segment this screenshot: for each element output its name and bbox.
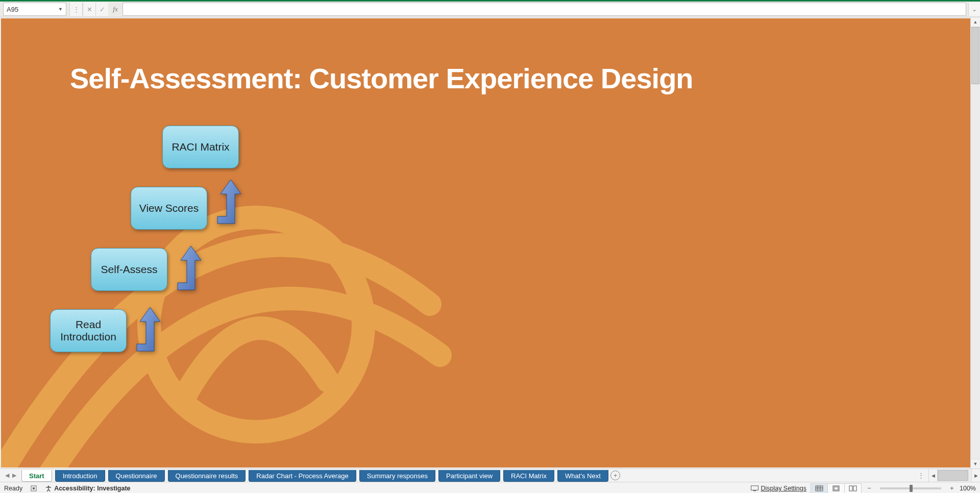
scroll-up-icon[interactable]: ▲ <box>971 17 980 27</box>
enter-icon[interactable]: ✓ <box>95 3 108 16</box>
svg-rect-12 <box>834 487 838 490</box>
add-sheet-button[interactable]: + <box>608 469 623 482</box>
fx-icon[interactable]: fx <box>108 3 122 16</box>
scroll-right-icon[interactable]: ▶ <box>971 469 980 482</box>
step-label: Read Introduction <box>56 318 121 343</box>
display-settings-button[interactable]: Display Settings <box>751 485 806 492</box>
step-label: Self-Assess <box>101 263 158 276</box>
zoom-slider-knob[interactable] <box>910 485 913 492</box>
step-label: View Scores <box>139 202 199 214</box>
step-read-introduction-button[interactable]: Read Introduction <box>50 309 127 352</box>
worksheet-canvas[interactable]: Self-Assessment: Customer Experience Des… <box>1 18 970 467</box>
name-box[interactable]: A95 ▼ <box>3 3 66 16</box>
formula-input[interactable] <box>122 3 966 16</box>
page-title: Self-Assessment: Customer Experience Des… <box>70 62 693 95</box>
scroll-thumb[interactable] <box>971 27 979 84</box>
tab-participant-view[interactable]: Participant view <box>438 470 500 482</box>
excel-app: A95 ▼ ⋮ ✕ ✓ fx ⌄ Self-Assessment: <box>0 0 980 493</box>
tab-start[interactable]: Start <box>21 470 52 482</box>
display-settings-label: Display Settings <box>761 485 806 492</box>
tab-raci-matrix[interactable]: RACI Matrix <box>503 470 554 482</box>
arrow-up-icon <box>173 241 203 292</box>
view-mode-buttons <box>811 483 862 493</box>
sheet-tabs: Start Introduction Questionnaire Questio… <box>21 469 608 482</box>
spacer <box>623 469 914 482</box>
tab-radar-chart[interactable]: Radar Chart - Process Average <box>249 470 356 482</box>
scroll-track[interactable] <box>971 27 980 459</box>
tab-whats-next[interactable]: What's Next <box>557 470 608 482</box>
svg-rect-4 <box>751 486 758 490</box>
tab-questionnaire-results[interactable]: Questionnaire results <box>168 470 246 482</box>
tab-questionnaire[interactable]: Questionnaire <box>108 470 165 482</box>
svg-point-3 <box>47 486 49 487</box>
arrow-up-icon <box>212 175 243 226</box>
svg-rect-5 <box>753 490 756 491</box>
svg-rect-2 <box>33 487 35 489</box>
view-normal-icon[interactable] <box>811 484 828 493</box>
tab-prev-icon[interactable]: ◀ <box>5 472 9 479</box>
formula-bar: A95 ▼ ⋮ ✕ ✓ fx ⌄ <box>0 2 980 17</box>
accessibility-check[interactable]: Accessibility: Investigate <box>44 485 130 492</box>
more-icon[interactable]: ⋮ <box>69 3 82 16</box>
view-page-break-icon[interactable] <box>845 484 861 493</box>
sheet-area: Self-Assessment: Customer Experience Des… <box>0 17 980 469</box>
step-label: RACI Matrix <box>172 141 229 153</box>
zoom-slider[interactable] <box>880 487 941 489</box>
macro-recorder-icon[interactable] <box>30 485 37 492</box>
step-self-assess-button[interactable]: Self-Assess <box>91 248 167 291</box>
accessibility-icon <box>44 485 52 492</box>
svg-rect-13 <box>849 486 852 491</box>
svg-rect-6 <box>816 486 823 491</box>
tab-introduction[interactable]: Introduction <box>55 470 105 482</box>
chevron-down-icon[interactable]: ▼ <box>58 7 63 12</box>
scroll-down-icon[interactable]: ▼ <box>971 459 980 469</box>
tab-navigation[interactable]: ◀ ▶ <box>0 469 21 482</box>
display-icon <box>751 485 758 492</box>
expand-formula-bar-icon[interactable]: ⌄ <box>968 3 980 16</box>
watermark-logo <box>1 141 501 467</box>
step-view-scores-button[interactable]: View Scores <box>131 187 207 230</box>
zoom-out-button[interactable]: − <box>866 485 873 492</box>
zoom-percent[interactable]: 100% <box>960 485 976 492</box>
status-ready: Ready <box>4 485 22 492</box>
accessibility-label: Accessibility: Investigate <box>54 485 130 492</box>
status-bar: Ready Accessibility: Investigate Display… <box>0 482 980 493</box>
tab-summary-responses[interactable]: Summary responses <box>359 470 435 482</box>
step-raci-matrix-button[interactable]: RACI Matrix <box>162 126 239 168</box>
scroll-track[interactable] <box>938 469 971 482</box>
tab-options-icon[interactable]: ⋮ <box>914 469 928 482</box>
cancel-icon[interactable]: ✕ <box>83 3 95 16</box>
arrow-up-icon <box>132 302 162 353</box>
plus-icon: + <box>610 471 620 480</box>
vertical-scrollbar[interactable]: ▲ ▼ <box>970 17 980 469</box>
horizontal-scrollbar[interactable]: ◀ ▶ <box>928 469 980 482</box>
sheet-tab-bar: ◀ ▶ Start Introduction Questionnaire Que… <box>0 469 980 482</box>
name-box-value: A95 <box>7 6 18 13</box>
zoom-in-button[interactable]: + <box>948 485 955 492</box>
scroll-thumb[interactable] <box>938 470 968 481</box>
scroll-left-icon[interactable]: ◀ <box>929 469 938 482</box>
tab-next-icon[interactable]: ▶ <box>12 472 16 479</box>
svg-rect-14 <box>853 486 856 491</box>
view-page-layout-icon[interactable] <box>828 484 845 493</box>
